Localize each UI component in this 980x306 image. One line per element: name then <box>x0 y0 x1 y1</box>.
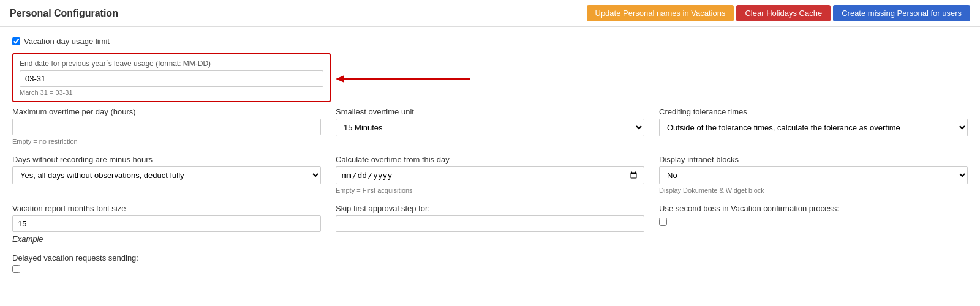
vacation-report-font-input[interactable] <box>12 215 321 232</box>
skip-approval-label: Skip first approval step for: <box>336 204 644 213</box>
second-boss-group: Use second boss in Vacation confirmation… <box>659 204 968 244</box>
page-title: Personal Configuration <box>10 8 118 19</box>
vacation-limit-row: Vacation day usage limit <box>12 37 968 46</box>
end-date-input[interactable] <box>20 70 323 87</box>
second-boss-checkbox[interactable] <box>659 218 667 226</box>
end-date-label: End date for previous year´s leave usage… <box>20 59 323 68</box>
skip-approval-group: Skip first approval step for: <box>336 204 644 244</box>
vacation-report-font-label: Vacation report months font size <box>12 204 321 213</box>
max-overtime-label: Maximum overtime per day (hours) <box>12 107 321 116</box>
red-arrow-icon <box>336 74 470 84</box>
arrow-decoration <box>336 74 470 84</box>
vacation-limit-label: Vacation day usage limit <box>24 37 110 46</box>
vacation-report-font-group: Vacation report months font size Example <box>12 204 321 244</box>
create-missing-button[interactable]: Create missing Personal for users <box>833 5 970 21</box>
end-date-box: End date for previous year´s leave usage… <box>12 53 331 102</box>
delayed-vacation-checkbox-row <box>12 265 968 275</box>
delayed-vacation-label: Delayed vacation requests sending: <box>12 253 968 263</box>
crediting-tolerance-label: Crediting tolerance times <box>659 107 968 116</box>
days-without-recording-label: Days without recording are minus hours <box>12 155 321 164</box>
second-boss-checkbox-row <box>659 218 968 226</box>
clear-holidays-button[interactable]: Clear Holidays Cache <box>736 5 831 21</box>
max-overtime-hint: Empty = no restriction <box>12 138 321 145</box>
header: Personal Configuration Update Personal n… <box>0 0 980 27</box>
form-grid-row1: Maximum overtime per day (hours) Empty =… <box>12 107 968 145</box>
smallest-overtime-label: Smallest overtime unit <box>336 107 644 116</box>
second-boss-label: Use second boss in Vacation confirmation… <box>659 204 968 213</box>
header-actions: Update Personal names in Vacations Clear… <box>587 5 971 21</box>
smallest-overtime-select[interactable]: 15 Minutes 30 Minutes 1 Hour <box>336 119 644 136</box>
calculate-overtime-label: Calculate overtime from this day <box>336 155 644 164</box>
example-label: Example <box>12 234 321 244</box>
vacation-limit-checkbox[interactable] <box>12 37 20 45</box>
days-without-recording-select[interactable]: Yes, all days without observations, dedu… <box>12 166 321 184</box>
form-grid-row2: Days without recording are minus hours Y… <box>12 155 968 194</box>
update-personal-button[interactable]: Update Personal names in Vacations <box>587 5 734 21</box>
max-overtime-group: Maximum overtime per day (hours) Empty =… <box>12 107 321 145</box>
page-wrapper: Personal Configuration Update Personal n… <box>0 0 980 306</box>
form-grid-row3: Vacation report months font size Example… <box>12 204 968 244</box>
calculate-overtime-hint: Empty = First acquisitions <box>336 187 644 194</box>
smallest-overtime-group: Smallest overtime unit 15 Minutes 30 Min… <box>336 107 644 145</box>
crediting-tolerance-select[interactable]: Outside of the tolerance times, calculat… <box>659 119 968 136</box>
delayed-vacation-row: Delayed vacation requests sending: <box>12 253 968 275</box>
svg-marker-1 <box>336 75 344 83</box>
content: Vacation day usage limit End date for pr… <box>0 27 980 292</box>
crediting-tolerance-group: Crediting tolerance times Outside of the… <box>659 107 968 145</box>
highlight-arrow-row: End date for previous year´s leave usage… <box>12 53 968 105</box>
skip-approval-input[interactable] <box>336 215 644 232</box>
display-intranet-hint: Display Dokumente & Widget block <box>659 187 968 194</box>
delayed-vacation-checkbox[interactable] <box>12 265 20 273</box>
days-without-recording-group: Days without recording are minus hours Y… <box>12 155 321 194</box>
display-intranet-group: Display intranet blocks No Yes Display D… <box>659 155 968 194</box>
end-date-hint: March 31 = 03-31 <box>20 89 323 96</box>
display-intranet-label: Display intranet blocks <box>659 155 968 164</box>
display-intranet-select[interactable]: No Yes <box>659 166 968 184</box>
calculate-overtime-input[interactable] <box>336 166 644 184</box>
max-overtime-input[interactable] <box>12 119 321 135</box>
calculate-overtime-group: Calculate overtime from this day Empty =… <box>336 155 644 194</box>
